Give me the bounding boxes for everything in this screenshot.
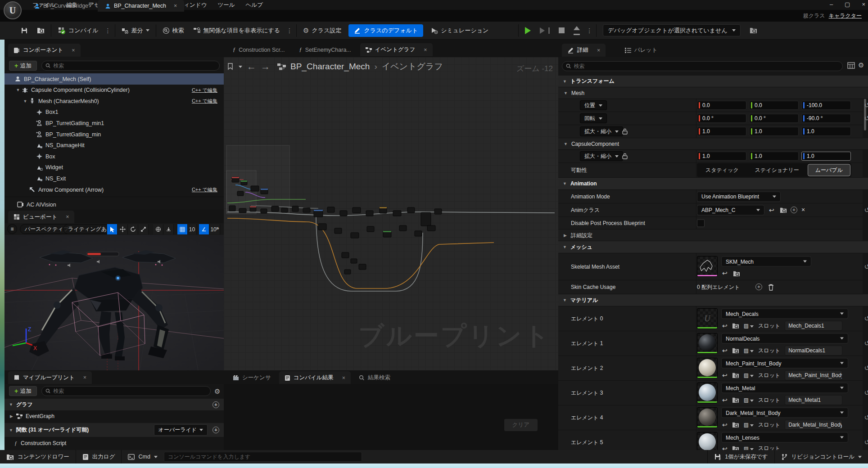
skeletal-mesh-thumbnail[interactable]	[697, 256, 718, 277]
graph-node[interactable]	[434, 209, 442, 214]
revert-icon[interactable]: ↺	[864, 114, 868, 122]
capsule-scale-dropdown[interactable]: 拡大・縮小	[580, 151, 623, 161]
rotation-z-input[interactable]: -90.0 °	[801, 114, 851, 123]
revert-icon[interactable]: ↺	[864, 389, 868, 397]
cmd-dropdown[interactable]: Cmd	[122, 450, 163, 464]
tab-components[interactable]: コンポーネント×	[8, 44, 81, 57]
bookmark-icon[interactable]	[227, 63, 234, 70]
debug-browse-button[interactable]	[745, 27, 762, 34]
use-selected-asset-icon[interactable]: ↩	[722, 372, 728, 379]
slot-name-input[interactable]: Mech_Paint_Inst_Body	[785, 370, 842, 380]
graph-node[interactable]	[367, 226, 374, 232]
trash-icon[interactable]	[768, 284, 774, 291]
capsule-scale-x-input[interactable]: 1.0	[697, 152, 746, 161]
simulate-button[interactable]: シミュレーション	[426, 27, 493, 35]
capsule-scale-z-input[interactable]: 1.0	[801, 152, 851, 161]
checker-icon[interactable]: ▨	[744, 372, 754, 378]
tab-palette[interactable]: パレット	[619, 44, 663, 57]
use-selected-asset-icon[interactable]: ↩	[722, 322, 728, 329]
close-icon[interactable]: ×	[342, 375, 345, 381]
component-tree-item[interactable]: Box1	[5, 107, 224, 118]
edit-cpp-link[interactable]: C++ で編集	[192, 186, 217, 193]
graph-tab[interactable]: ƒConstruction Scr...	[227, 43, 290, 56]
folder-search-icon[interactable]	[732, 323, 739, 329]
component-tree-item[interactable]: ▼Capsule Component (CollisionCylinder)C+…	[5, 85, 224, 96]
graph-node[interactable]	[393, 211, 401, 216]
frame-skip-button[interactable]	[535, 27, 554, 34]
material-thumbnail[interactable]	[697, 432, 718, 450]
checker-icon[interactable]: ▨	[744, 446, 754, 450]
scale-z-input[interactable]: 1.0	[801, 127, 851, 136]
section-transform[interactable]: ▼トランスフォーム	[558, 76, 868, 87]
components-search-input[interactable]	[53, 63, 216, 69]
revert-icon[interactable]: ↺	[864, 206, 868, 214]
toolbar-overflow-button[interactable]: »	[216, 225, 219, 231]
edit-cpp-link[interactable]: C++ で編集	[192, 98, 217, 104]
material-dropdown[interactable]: Mech_Lenses	[721, 432, 848, 443]
folder-search-icon[interactable]	[732, 397, 739, 403]
asset-tab[interactable]: BP_CurvedBridge*	[27, 0, 98, 12]
compile-button[interactable]: コンパイル	[53, 27, 103, 35]
slot-name-input[interactable]: Mech_Metal1	[785, 395, 842, 405]
slot-name-input[interactable]: Mech_Decals1	[785, 321, 842, 331]
slot-name-input[interactable]: Dark_Metal_Inst_Body	[785, 420, 842, 430]
results-tab[interactable]: コンパイル結果×	[279, 371, 351, 384]
graph-node[interactable]	[232, 177, 239, 182]
chevron-down-icon[interactable]	[239, 66, 242, 68]
graph-node[interactable]	[342, 252, 349, 258]
checker-icon[interactable]: ▨	[744, 397, 754, 403]
debug-object-dropdown[interactable]: デバッグオブジェクトが選択されていません	[598, 24, 745, 36]
graph-node[interactable]	[351, 233, 359, 238]
gear-icon[interactable]: ⚙	[214, 387, 220, 396]
material-dropdown[interactable]: Mech_Metal	[721, 383, 848, 393]
scale-x-input[interactable]: 1.0	[697, 127, 746, 136]
play-options-kebab[interactable]: ⋮	[584, 27, 594, 34]
console-command-input[interactable]	[168, 454, 358, 460]
section-mesh[interactable]: ▼メッシュ	[558, 241, 868, 253]
graph-node[interactable]	[318, 224, 326, 230]
section-materials[interactable]: ▼マテリアル	[558, 294, 868, 306]
close-icon[interactable]: ×	[597, 47, 600, 54]
rotation-dropdown[interactable]: 回転	[580, 113, 607, 123]
graph-node[interactable]	[383, 231, 391, 237]
tab-my-blueprint[interactable]: マイブループリント×	[8, 371, 92, 384]
folder-search-icon[interactable]	[732, 347, 739, 354]
disable-pp-checkbox[interactable]	[697, 219, 705, 227]
slot-name-input[interactable]: NormalDecals1	[785, 346, 842, 356]
use-selected-asset-icon[interactable]: ↩	[722, 421, 728, 428]
material-dropdown[interactable]: Mech_Paint_Inst_Body	[721, 358, 848, 369]
graph-node[interactable]	[314, 210, 323, 217]
close-icon[interactable]: ×	[424, 47, 427, 53]
functions-section-header[interactable]: ▼関数 (31 オーバーライド可能) オーバーライド +	[5, 423, 224, 437]
graphs-section-header[interactable]: ▼グラフ +	[5, 399, 224, 410]
graph-tab[interactable]: ƒSetEnemyChara...	[294, 43, 356, 56]
capsule-scale-y-input[interactable]: 1.0	[749, 152, 799, 161]
component-tree-item[interactable]: NS_DamageHit	[5, 140, 224, 151]
nav-forward-button[interactable]: →	[261, 61, 270, 72]
expander-icon[interactable]: ▼	[15, 88, 21, 92]
graph-node[interactable]	[380, 207, 387, 213]
add-icon[interactable]: +	[791, 207, 797, 213]
minimize-button[interactable]: –	[830, 1, 833, 8]
close-icon[interactable]: ×	[83, 374, 86, 381]
graph-node[interactable]	[351, 259, 357, 263]
graph-node[interactable]	[303, 208, 310, 212]
scale-dropdown[interactable]: 拡大・縮小	[580, 126, 623, 136]
tab-details[interactable]: 詳細×	[562, 44, 606, 57]
folder-search-icon[interactable]	[732, 372, 739, 378]
results-tab[interactable]: シーケンサ	[227, 371, 276, 384]
find-button[interactable]: 検索	[158, 27, 189, 35]
mobility-option[interactable]: ステイショナリー	[747, 164, 807, 176]
revert-icon[interactable]: ↺	[864, 438, 868, 446]
tab-viewport[interactable]: ビューポート×	[8, 211, 74, 223]
close-button[interactable]: ×	[862, 1, 865, 8]
rotation-y-input[interactable]: 0.0 °	[749, 114, 799, 123]
revision-control-button[interactable]: リビジョンコントロール	[775, 450, 868, 464]
graph-node[interactable]	[427, 225, 435, 231]
mobility-option[interactable]: ムーバブル	[808, 164, 850, 176]
details-search-input[interactable]	[574, 63, 839, 69]
breadcrumb-leaf[interactable]: イベントグラフ	[382, 61, 443, 72]
graph-node[interactable]	[399, 225, 407, 231]
class-settings-button[interactable]: ⚙ クラス設定	[298, 27, 346, 35]
folder-search-icon[interactable]	[732, 422, 739, 428]
